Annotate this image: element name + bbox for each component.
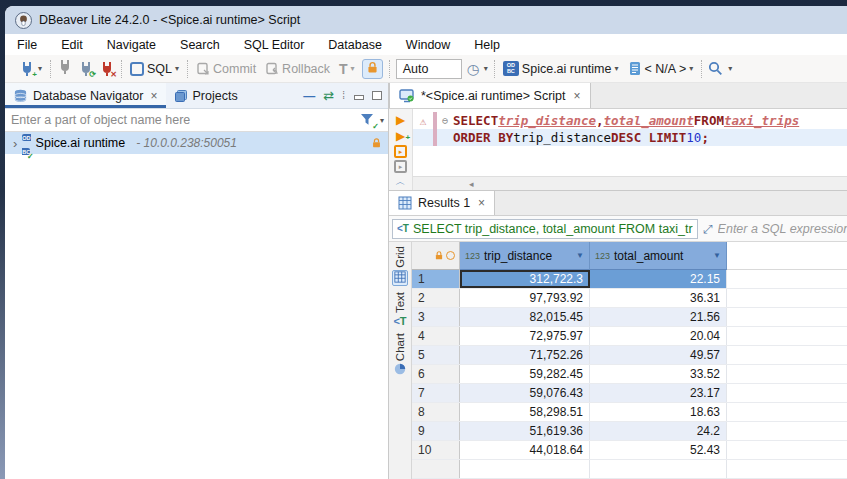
grid-cell[interactable]: 51,619.36: [460, 422, 590, 440]
row-number[interactable]: 7: [412, 384, 460, 402]
reconnect-button[interactable]: ⟳: [78, 61, 94, 77]
grid-cell[interactable]: 97,793.92: [460, 289, 590, 307]
dropdown-icon[interactable]: ▾: [484, 64, 488, 73]
grid-cell[interactable]: 71,752.26: [460, 346, 590, 364]
sort-dropdown-icon[interactable]: ▼: [576, 251, 584, 260]
grid-cell[interactable]: 52.43: [590, 441, 727, 459]
tree-expander-icon[interactable]: ›: [13, 136, 17, 151]
grid-cell[interactable]: 72,975.97: [460, 327, 590, 345]
rollback-button[interactable]: Rollback: [263, 60, 332, 78]
menu-sql-editor[interactable]: SQL Editor: [244, 38, 305, 52]
row-number[interactable]: 4: [412, 327, 460, 345]
grid-cell[interactable]: 18.63: [590, 403, 727, 421]
menu-window[interactable]: Window: [406, 38, 450, 52]
sql-table-link[interactable]: taxi_trips: [724, 113, 799, 128]
fold-minus-icon[interactable]: ⊖: [437, 115, 453, 126]
tab-projects[interactable]: Projects: [166, 83, 246, 108]
execute-script-button[interactable]: ▸: [394, 145, 407, 158]
scroll-left-arrow-icon[interactable]: ◂: [469, 179, 474, 189]
connect-button[interactable]: [57, 59, 73, 78]
tab-results-1[interactable]: Results 1 ×: [389, 191, 495, 215]
dropdown-icon[interactable]: ▾: [614, 64, 618, 73]
close-icon[interactable]: ×: [574, 89, 581, 103]
grid-cell[interactable]: 49.57: [590, 346, 727, 364]
active-connection-selector[interactable]: ODBC Spice.ai runtime ▾: [501, 59, 621, 78]
new-connection-button[interactable]: + ▾: [17, 59, 44, 79]
menu-navigate[interactable]: Navigate: [107, 38, 156, 52]
execute-new-tab-button[interactable]: ▶+: [396, 129, 405, 143]
grid-cell[interactable]: 23.17: [590, 384, 727, 402]
row-number[interactable]: 9: [412, 422, 460, 440]
grid-cell[interactable]: 59,282.45: [460, 365, 590, 383]
code-area[interactable]: ⚠ ⊖ SELECT trip_distance, total_amount F…: [413, 109, 847, 176]
grid-cell[interactable]: 58,298.51: [460, 403, 590, 421]
menu-search[interactable]: Search: [180, 38, 220, 52]
menu-help[interactable]: Help: [474, 38, 500, 52]
connection-lock-button[interactable]: [362, 59, 383, 79]
sql-column-link[interactable]: total_amount: [604, 113, 694, 128]
table-row[interactable]: 6 59,282.45 33.52: [412, 365, 847, 384]
grid-cell[interactable]: 22.15: [590, 270, 727, 288]
dropdown-icon[interactable]: ▾: [380, 116, 384, 125]
grid-cell[interactable]: 20.04: [590, 327, 727, 345]
close-icon[interactable]: ×: [478, 196, 485, 210]
result-query-box[interactable]: <T SELECT trip_distance, total_amount FR…: [392, 219, 698, 239]
dropdown-icon[interactable]: ▾: [728, 64, 732, 73]
grid-cell[interactable]: 59,076.43: [460, 384, 590, 402]
grid-view-icon[interactable]: [392, 270, 408, 286]
menu-database[interactable]: Database: [328, 38, 382, 52]
text-view-icon[interactable]: <T: [393, 315, 406, 327]
tab-database-navigator[interactable]: Database Navigator ×: [5, 83, 166, 108]
row-number[interactable]: 5: [412, 346, 460, 364]
table-row[interactable]: 8 58,298.51 18.63: [412, 403, 847, 422]
dropdown-icon[interactable]: ▾: [351, 64, 355, 73]
sql-column-link[interactable]: trip_distance: [498, 113, 596, 128]
table-row[interactable]: 2 97,793.92 36.31: [412, 289, 847, 308]
menu-file[interactable]: File: [17, 38, 37, 52]
table-row[interactable]: 4 72,975.97 20.04: [412, 327, 847, 346]
collapse-all-icon[interactable]: —: [303, 89, 315, 103]
link-with-editor-icon[interactable]: ⇄: [323, 88, 334, 103]
grid-corner-cell[interactable]: [412, 242, 460, 270]
maximize-view-icon[interactable]: [372, 91, 382, 100]
column-header-trip-distance[interactable]: 123 trip_distance ▼: [460, 242, 590, 270]
commit-mode-combo[interactable]: Auto: [396, 59, 462, 79]
close-icon[interactable]: ×: [150, 89, 157, 103]
dropdown-icon[interactable]: ▾: [689, 64, 693, 73]
table-row[interactable]: 3 82,015.45 21.56: [412, 308, 847, 327]
execute-statement-button[interactable]: ▶: [396, 113, 405, 127]
search-icon[interactable]: [708, 61, 723, 76]
expand-filter-icon[interactable]: ⤢: [703, 222, 713, 236]
sql-expression-input[interactable]: [718, 222, 847, 236]
row-number[interactable]: 3: [412, 308, 460, 326]
menu-edit[interactable]: Edit: [61, 38, 83, 52]
row-number[interactable]: 10: [412, 441, 460, 459]
active-database-selector[interactable]: < N/A > ▾: [626, 59, 696, 78]
grid-cell[interactable]: 21.56: [590, 308, 727, 326]
transaction-mode-button[interactable]: T ▾: [337, 59, 357, 79]
column-header-total-amount[interactable]: 123 total_amount ▼: [590, 242, 727, 270]
view-tab-chart[interactable]: Chart: [394, 333, 406, 377]
tab-script[interactable]: *<Spice.ai runtime> Script ×: [389, 83, 591, 108]
table-row[interactable]: 1 312,722.3 22.15: [412, 270, 847, 289]
collapse-toolbar-icon[interactable]: ︿: [396, 175, 406, 189]
table-row[interactable]: 10 44,018.64 52.43: [412, 441, 847, 460]
object-filter-input[interactable]: [11, 113, 356, 127]
view-tab-grid[interactable]: Grid: [392, 246, 408, 286]
grid-cell[interactable]: 312,722.3: [460, 270, 590, 288]
row-number[interactable]: 1: [412, 270, 460, 288]
disconnect-button[interactable]: ✕: [99, 61, 115, 77]
table-row[interactable]: 5 71,752.26 49.57: [412, 346, 847, 365]
table-row[interactable]: 9 51,619.36 24.2: [412, 422, 847, 441]
row-number[interactable]: 2: [412, 289, 460, 307]
dropdown-icon[interactable]: ▾: [38, 64, 42, 73]
view-menu-icon[interactable]: ⁞: [342, 90, 346, 101]
table-row[interactable]: 7 59,076.43 23.17: [412, 384, 847, 403]
chart-pie-icon[interactable]: [394, 363, 406, 377]
grid-cell[interactable]: 82,015.45: [460, 308, 590, 326]
dropdown-icon[interactable]: ▾: [175, 64, 179, 73]
grid-cell[interactable]: 36.31: [590, 289, 727, 307]
view-tab-text[interactable]: Text <T: [393, 292, 406, 327]
grid-cell[interactable]: 33.52: [590, 365, 727, 383]
editor-horizontal-scrollbar[interactable]: ◂: [413, 176, 847, 190]
